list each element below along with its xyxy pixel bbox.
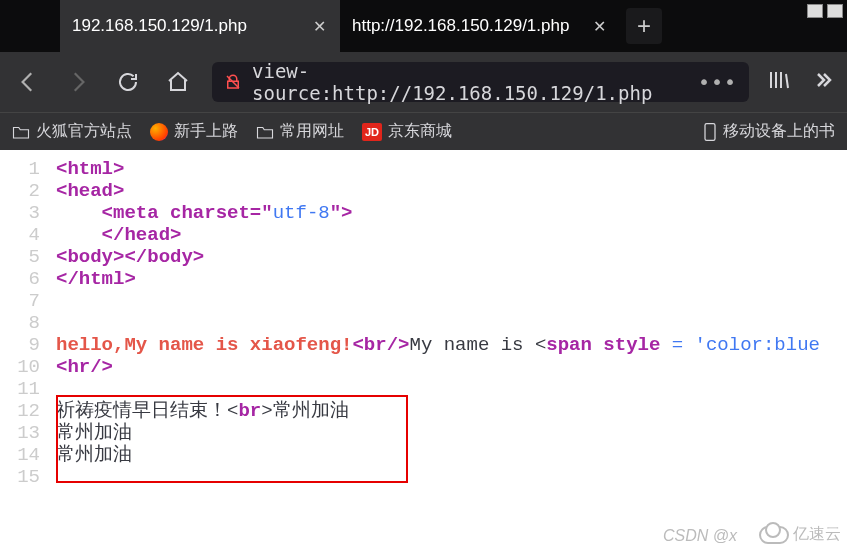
firefox-icon	[150, 123, 168, 141]
bookmark-label: 移动设备上的书	[723, 121, 835, 142]
tab-title: http://192.168.150.129/1.php	[352, 16, 569, 36]
tab-active[interactable]: 192.168.150.129/1.php ✕	[60, 0, 340, 52]
reload-button[interactable]	[112, 66, 144, 98]
code-line: 11	[0, 378, 847, 400]
bookmark-label: 火狐官方站点	[36, 121, 132, 142]
folder-icon	[256, 124, 274, 140]
toolbar: view-source:http://192.168.150.129/1.php…	[0, 52, 847, 112]
code-line: 5<body></body>	[0, 246, 847, 268]
code-line: 1<html>	[0, 158, 847, 180]
code-line: 12祈祷疫情早日结束！<br>常州加油	[0, 400, 847, 422]
bookmark-label: 常用网址	[280, 121, 344, 142]
url-text: view-source:http://192.168.150.129/1.php	[252, 60, 688, 104]
code-line: 10<hr/>	[0, 356, 847, 378]
jd-icon: JD	[362, 123, 382, 141]
url-bar[interactable]: view-source:http://192.168.150.129/1.php…	[212, 62, 749, 102]
code-line: 7	[0, 290, 847, 312]
code-line: 8	[0, 312, 847, 334]
mobile-icon	[703, 122, 717, 142]
window-controls	[807, 4, 843, 18]
page-actions-icon[interactable]: •••	[698, 70, 737, 94]
new-tab-button[interactable]: +	[626, 8, 662, 44]
bookmark-jd[interactable]: JD 京东商城	[362, 121, 452, 142]
code-line: 13常州加油	[0, 422, 847, 444]
insecure-icon	[224, 73, 242, 91]
overflow-icon[interactable]	[811, 68, 835, 96]
code-line: 14常州加油	[0, 444, 847, 466]
bookmark-label: 新手上路	[174, 121, 238, 142]
close-icon[interactable]: ✕	[310, 17, 328, 35]
tab-inactive[interactable]: http://192.168.150.129/1.php ✕	[340, 0, 620, 52]
code-line: 6</html>	[0, 268, 847, 290]
bookmark-firefox-official[interactable]: 火狐官方站点	[12, 121, 132, 142]
bookmark-getting-started[interactable]: 新手上路	[150, 121, 238, 142]
source-view: 1<html> 2<head> 3 <meta charset="utf-8">…	[0, 150, 847, 551]
code-line: 15	[0, 466, 847, 488]
forward-button[interactable]	[62, 66, 94, 98]
close-icon[interactable]: ✕	[590, 17, 608, 35]
maximize-button[interactable]	[827, 4, 843, 18]
toolbar-right	[767, 68, 835, 96]
bookmark-mobile[interactable]: 移动设备上的书	[703, 121, 835, 142]
back-button[interactable]	[12, 66, 44, 98]
svg-rect-0	[705, 123, 715, 140]
tab-bar: 192.168.150.129/1.php ✕ http://192.168.1…	[0, 0, 847, 52]
bookmark-label: 京东商城	[388, 121, 452, 142]
code-line: 2<head>	[0, 180, 847, 202]
code-line: 4 </head>	[0, 224, 847, 246]
tab-title: 192.168.150.129/1.php	[72, 16, 247, 36]
bookmark-common-sites[interactable]: 常用网址	[256, 121, 344, 142]
folder-icon	[12, 124, 30, 140]
code-line: 9hello,My name is xiaofeng!<br/>My name …	[0, 334, 847, 356]
code-line: 3 <meta charset="utf-8">	[0, 202, 847, 224]
home-button[interactable]	[162, 66, 194, 98]
library-icon[interactable]	[767, 68, 791, 96]
bookmarks-bar: 火狐官方站点 新手上路 常用网址 JD 京东商城 移动设备上的书	[0, 112, 847, 150]
minimize-button[interactable]	[807, 4, 823, 18]
